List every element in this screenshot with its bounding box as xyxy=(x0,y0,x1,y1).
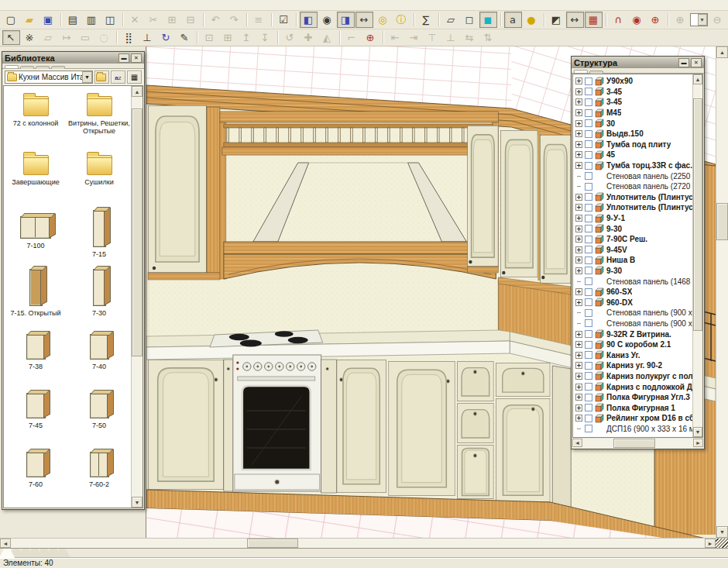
item-checkbox[interactable] xyxy=(585,267,592,274)
open-file-button[interactable]: ▰ xyxy=(21,12,39,28)
structure-vscrollbar[interactable]: ▲ ▼ xyxy=(692,74,702,437)
tab-other[interactable] xyxy=(51,66,65,69)
resize-grip[interactable] xyxy=(716,538,728,548)
view-wireframe-button[interactable]: ▱ xyxy=(442,12,460,28)
tree-item[interactable]: 3-45 xyxy=(575,87,692,98)
library-scroll-thumb[interactable] xyxy=(132,108,143,356)
cut-button[interactable]: ✂ xyxy=(145,12,163,28)
tab-project[interactable] xyxy=(574,70,588,73)
scroll-left-icon[interactable]: ◄ xyxy=(572,439,582,447)
view-sketch-button[interactable]: ◻ xyxy=(461,12,479,28)
group-button[interactable]: ⊡ xyxy=(201,30,218,45)
corner-button[interactable]: ⌐ xyxy=(343,30,361,45)
scroll-down-icon[interactable]: ▼ xyxy=(716,526,728,538)
tree-item[interactable]: Выдв.150 xyxy=(575,129,692,139)
project-settings-button[interactable]: ☑ xyxy=(275,12,293,28)
rotate-view-tool[interactable]: ↻ xyxy=(157,30,175,45)
item-checkbox[interactable] xyxy=(585,162,592,170)
tree-item[interactable]: 9-30 xyxy=(575,266,692,277)
expand-icon[interactable] xyxy=(575,288,582,295)
tab-furniture[interactable] xyxy=(5,65,19,68)
item-checkbox[interactable] xyxy=(585,372,592,380)
item-checkbox[interactable] xyxy=(585,88,592,95)
tree-item[interactable]: 30 xyxy=(575,118,692,129)
tree-item[interactable]: Каниз Уг. xyxy=(575,349,692,360)
expand-icon[interactable] xyxy=(575,341,582,348)
copy-button[interactable]: ⊞ xyxy=(163,12,181,28)
expand-icon[interactable] xyxy=(575,130,582,137)
view-textured-button[interactable]: ◼ xyxy=(479,12,497,28)
expand-icon[interactable] xyxy=(575,109,582,116)
tree-item[interactable]: Тумба под плиту xyxy=(575,139,692,150)
item-checkbox[interactable] xyxy=(585,425,592,432)
shape-tool[interactable]: ▱ xyxy=(39,30,57,45)
lib-item-7-50[interactable]: 7-50 xyxy=(67,382,131,441)
scene-base-cabinets[interactable] xyxy=(148,355,571,508)
grid-toggle[interactable]: ▦ xyxy=(585,12,603,28)
tree-item[interactable]: 960-DX xyxy=(575,297,692,308)
tree-item[interactable]: 7-90С Реш. xyxy=(575,234,692,245)
expand-icon[interactable] xyxy=(575,246,582,253)
chevron-down-icon[interactable]: ▼ xyxy=(82,71,92,83)
minimize-icon[interactable]: ▬ xyxy=(678,58,689,67)
move-up-button[interactable]: ↥ xyxy=(238,30,256,45)
expand-icon[interactable] xyxy=(575,225,582,232)
library-scrollbar[interactable]: ▲ ▼ xyxy=(131,86,143,508)
expand-icon[interactable] xyxy=(575,215,582,222)
tree-item[interactable]: 9-32R Z Витрина. xyxy=(575,329,692,339)
item-checkbox[interactable] xyxy=(585,172,592,180)
align-right-button[interactable]: ⇥ xyxy=(405,30,423,45)
zoom-window-tool[interactable]: ◌ xyxy=(95,30,113,45)
tree-item[interactable]: 9-У-1 xyxy=(575,213,692,224)
tree-item[interactable]: Тумба торц.33R с фас. xyxy=(575,160,692,171)
item-checkbox[interactable] xyxy=(585,183,592,191)
item-checkbox[interactable] xyxy=(585,246,592,253)
tree-item[interactable]: Ниша В xyxy=(575,255,692,266)
save-button[interactable]: ▣ xyxy=(39,12,57,28)
text-labels-toggle[interactable]: a xyxy=(504,12,522,28)
distance-tool[interactable]: ↦ xyxy=(58,30,76,45)
tree-item[interactable]: 90 С коробом 2.1 xyxy=(575,339,692,350)
item-checkbox[interactable] xyxy=(585,98,592,106)
draw-tool[interactable]: ✎ xyxy=(176,30,194,45)
library-scroll-track[interactable] xyxy=(132,97,143,497)
hscroll-track[interactable] xyxy=(11,539,705,548)
tab-elements[interactable] xyxy=(20,66,34,69)
expand-icon[interactable] xyxy=(575,194,582,201)
expand-icon[interactable] xyxy=(575,362,582,369)
info-panel-toggle[interactable]: ⓘ xyxy=(393,12,410,28)
lib-folder-dryers[interactable]: Сушилки xyxy=(67,146,131,205)
hscroll-thumb[interactable] xyxy=(247,539,298,548)
align-top-button[interactable]: ⊤ xyxy=(424,30,441,45)
measurements-toggle[interactable]: ↔ xyxy=(566,12,584,28)
tree-item[interactable]: М45 xyxy=(575,108,692,119)
tree-item[interactable]: Стеновая панель (900 x 187 x xyxy=(575,318,692,329)
expand-icon[interactable] xyxy=(575,162,582,169)
item-checkbox[interactable] xyxy=(585,319,592,327)
vscroll-track[interactable] xyxy=(716,58,728,526)
tree-item[interactable]: 960-SX xyxy=(575,287,692,298)
item-checkbox[interactable] xyxy=(585,236,592,243)
tree-item[interactable]: Полка Фигурная 1 xyxy=(575,402,692,413)
item-checkbox[interactable] xyxy=(585,109,592,117)
structure-hscroll-track[interactable] xyxy=(582,439,693,448)
expand-icon[interactable] xyxy=(575,331,582,338)
tree-item[interactable]: Стеновая панель (2720 x 600 xyxy=(575,181,692,192)
scroll-up-icon[interactable]: ▲ xyxy=(693,74,702,84)
print-preview-button[interactable]: ◫ xyxy=(101,12,119,28)
scene-drawer-stack[interactable] xyxy=(457,361,493,499)
lib-item-7-60[interactable]: 7-60 xyxy=(4,441,67,500)
print-button[interactable]: ▥ xyxy=(83,12,101,28)
export-document-button[interactable]: ▤ xyxy=(64,12,82,28)
delete-button[interactable]: ✕ xyxy=(126,12,144,28)
view-grid-button[interactable]: ▦ xyxy=(127,71,142,84)
scroll-left-icon[interactable]: ◄ xyxy=(0,539,11,548)
expand-icon[interactable] xyxy=(575,394,582,401)
move-down-button[interactable]: ↧ xyxy=(256,30,274,45)
item-checkbox[interactable] xyxy=(585,204,592,212)
expand-icon[interactable] xyxy=(575,256,582,263)
item-checkbox[interactable] xyxy=(585,140,592,148)
item-checkbox[interactable] xyxy=(585,383,592,391)
item-checkbox[interactable] xyxy=(585,362,592,370)
item-checkbox[interactable] xyxy=(585,288,592,296)
